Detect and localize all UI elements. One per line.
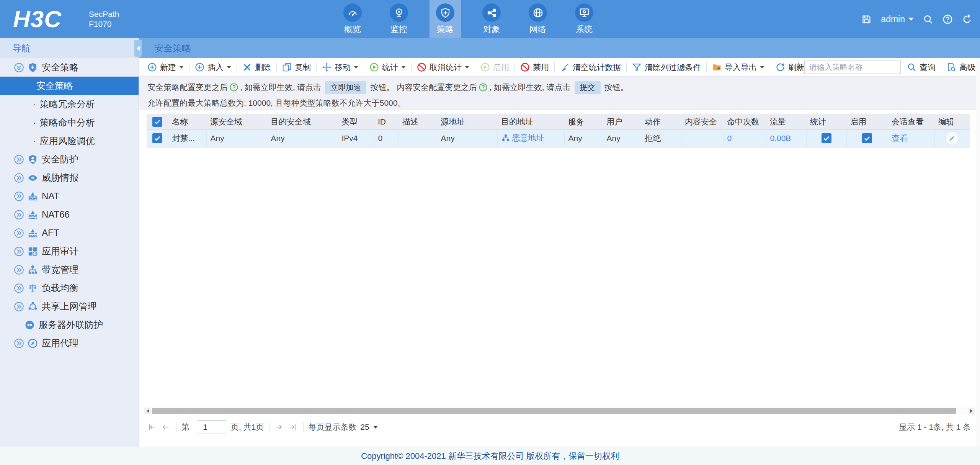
logout-icon[interactable] xyxy=(962,14,972,25)
accelerate-button[interactable]: 立即加速 xyxy=(325,81,366,94)
col-dst-zone[interactable]: 目的安全域 xyxy=(267,114,338,129)
search-icon[interactable] xyxy=(923,14,933,25)
clear-stats-button[interactable]: 清空统计数据 xyxy=(560,62,621,73)
sidebar-item-server-outreach-protection[interactable]: 服务器外联防护 xyxy=(0,316,139,334)
insert-button[interactable]: 插入 xyxy=(195,62,231,73)
row-checkbox[interactable] xyxy=(152,133,162,143)
move-button[interactable]: 移动 xyxy=(322,62,358,73)
sidebar-item-app-audit[interactable]: 应用审计 xyxy=(0,242,139,260)
tab-network[interactable]: 网络 xyxy=(522,0,554,38)
col-desc[interactable]: 描述 xyxy=(399,114,437,129)
submit-button[interactable]: 提交 xyxy=(575,81,601,94)
scrollbar-thumb[interactable] xyxy=(152,408,956,414)
select-all-checkbox[interactable] xyxy=(152,117,162,127)
chevron-double-right-icon[interactable] xyxy=(14,301,24,312)
advanced-query-button[interactable]: 高级查询 xyxy=(947,62,980,73)
session-view-link[interactable]: 查看 xyxy=(892,134,908,142)
copy-button[interactable]: 复制 xyxy=(282,62,311,73)
malicious-address-link[interactable]: 恶意地址 xyxy=(501,133,544,143)
refresh-button[interactable]: 刷新 xyxy=(776,62,804,73)
chevron-double-right-icon[interactable] xyxy=(14,246,24,257)
sidebar-collapse-handle[interactable] xyxy=(134,40,142,57)
next-page-button[interactable] xyxy=(274,422,283,432)
help-circle-icon[interactable] xyxy=(479,83,488,92)
chevron-double-right-icon[interactable] xyxy=(14,265,24,275)
cancel-stats-button[interactable]: 取消统计 xyxy=(417,62,469,73)
chevron-double-right-icon[interactable] xyxy=(14,338,24,349)
col-hits[interactable]: 命中次数 xyxy=(723,114,766,129)
chevron-double-right-icon[interactable] xyxy=(14,210,24,220)
sidebar-item-policy-hit-analysis[interactable]: · 策略命中分析 xyxy=(0,113,139,132)
sidebar-item-nat66[interactable]: NAT66 xyxy=(0,205,139,224)
col-stats[interactable]: 统计 xyxy=(806,114,846,129)
sidebar-item-bandwidth-mgmt[interactable]: 带宽管理 xyxy=(0,260,139,279)
col-enable[interactable]: 启用 xyxy=(846,114,888,129)
last-page-button[interactable] xyxy=(288,422,297,432)
chevron-double-right-icon[interactable] xyxy=(14,228,24,238)
disable-button[interactable]: 禁用 xyxy=(520,62,549,73)
table-row: 封禁... Any Any IPv4 0 Any 恶意地址 Any Any xyxy=(147,129,970,147)
save-icon[interactable] xyxy=(861,14,872,25)
tab-system[interactable]: 系统 xyxy=(568,0,600,38)
enable-checkbox[interactable] xyxy=(862,133,872,143)
divider xyxy=(706,62,707,72)
chevron-double-right-icon[interactable] xyxy=(14,191,24,201)
scroll-right-button[interactable] xyxy=(968,408,975,414)
per-page-select[interactable]: 25 xyxy=(360,422,377,432)
traffic-link[interactable]: 0.00B xyxy=(770,134,791,142)
sidebar-item-app-risk-tuning[interactable]: · 应用风险调优 xyxy=(0,132,139,150)
tab-objects[interactable]: 对象 xyxy=(476,0,507,38)
sidebar-item-aft[interactable]: AFT xyxy=(0,224,139,242)
sidebar-item-load-balance[interactable]: 负载均衡 xyxy=(0,279,139,297)
col-src-addr[interactable]: 源地址 xyxy=(437,114,497,129)
query-button[interactable]: 查询 xyxy=(907,62,936,73)
chevron-double-right-icon[interactable] xyxy=(14,154,24,165)
sidebar-item-threat-intel[interactable]: 威胁情报 xyxy=(0,169,139,187)
clear-filter-button[interactable]: 清除列过滤条件 xyxy=(632,62,701,73)
sidebar-item-app-proxy[interactable]: 应用代理 xyxy=(0,334,139,352)
col-action[interactable]: 动作 xyxy=(641,114,681,129)
col-content-security[interactable]: 内容安全 xyxy=(681,114,723,129)
prev-page-button[interactable] xyxy=(161,422,170,432)
hits-link[interactable]: 0 xyxy=(727,134,732,142)
col-traffic[interactable]: 流量 xyxy=(766,114,806,129)
col-user[interactable]: 用户 xyxy=(603,114,641,129)
stats-button[interactable]: 统计 xyxy=(369,62,406,73)
col-session-view[interactable]: 会话查看 xyxy=(888,114,934,129)
sidebar-item-nat[interactable]: NAT xyxy=(0,187,139,205)
sidebar-item-security-protection[interactable]: 安全防护 xyxy=(0,150,139,169)
col-service[interactable]: 服务 xyxy=(564,114,603,129)
col-name[interactable]: 名称 xyxy=(168,114,206,129)
tab-policy[interactable]: 策略 xyxy=(430,0,461,38)
help-icon[interactable] xyxy=(942,14,953,25)
stats-checkbox[interactable] xyxy=(822,133,831,143)
sidebar-item-security-policy[interactable]: 安全策略 xyxy=(0,77,139,95)
import-export-button[interactable]: 导入导出 xyxy=(712,62,764,73)
help-circle-icon[interactable] xyxy=(229,83,238,92)
sidebar-item-shared-internet[interactable]: 共享上网管理 xyxy=(0,297,139,316)
col-type[interactable]: 类型 xyxy=(338,114,374,129)
user-menu[interactable]: admin xyxy=(881,14,914,25)
first-page-button[interactable] xyxy=(147,422,157,432)
enable-button[interactable]: 启用 xyxy=(480,62,509,73)
vertical-scrollbar-track[interactable] xyxy=(976,58,980,447)
new-button[interactable]: 新建 xyxy=(147,62,184,73)
edit-button[interactable] xyxy=(945,131,959,145)
col-id[interactable]: ID xyxy=(374,114,399,129)
tab-monitor[interactable]: 监控 xyxy=(383,0,415,38)
sidebar-item-security-policy-group[interactable]: 安全策略 xyxy=(0,58,139,77)
chevron-double-right-icon[interactable] xyxy=(14,283,24,293)
chevron-double-right-icon[interactable] xyxy=(14,173,24,183)
chevron-double-down-icon[interactable] xyxy=(14,62,24,73)
pagination-bar: 第 页, 共1页 每页显示条数 25 显示 1 - 1条, 共 1 条 xyxy=(147,418,971,436)
col-src-zone[interactable]: 源安全域 xyxy=(206,114,267,129)
sidebar-item-policy-redundancy[interactable]: · 策略冗余分析 xyxy=(0,95,139,113)
page-number-input[interactable] xyxy=(198,420,226,434)
col-dst-addr[interactable]: 目的地址 xyxy=(497,114,564,129)
tab-overview[interactable]: 概览 xyxy=(337,0,368,38)
policy-name-search-input[interactable] xyxy=(804,61,901,74)
scrollbar-track[interactable] xyxy=(151,408,968,414)
col-edit[interactable]: 编辑 xyxy=(934,114,970,129)
scroll-left-button[interactable] xyxy=(144,408,151,414)
delete-button[interactable]: 删除 xyxy=(242,62,271,73)
